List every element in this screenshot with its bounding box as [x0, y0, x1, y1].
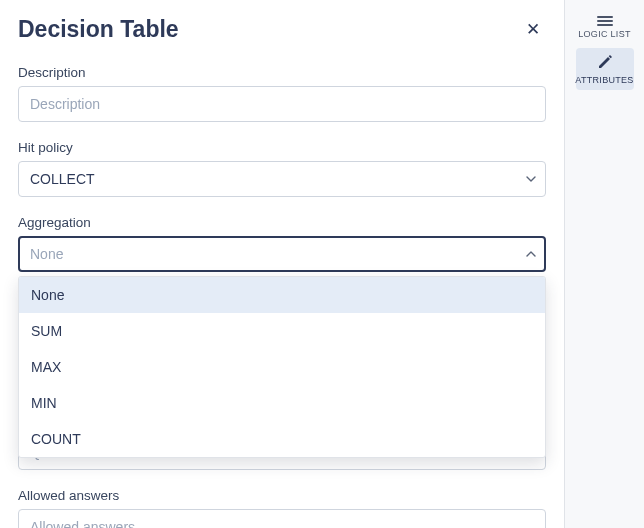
- sidebar-item-label: ATTRIBUTES: [575, 75, 633, 85]
- aggregation-option-none[interactable]: None: [19, 277, 545, 313]
- hit-policy-select-wrap: COLLECT: [18, 161, 546, 197]
- description-input[interactable]: [18, 86, 546, 122]
- description-field-group: Description: [18, 65, 546, 122]
- allowed-answers-input[interactable]: [18, 509, 546, 528]
- aggregation-placeholder: None: [30, 246, 63, 262]
- list-icon: [597, 16, 613, 26]
- close-icon[interactable]: ✕: [520, 17, 546, 42]
- page-title: Decision Table: [18, 16, 179, 43]
- hit-policy-field-group: Hit policy COLLECT: [18, 140, 546, 197]
- pencil-icon: [597, 54, 613, 72]
- right-sidebar: LOGIC LIST ATTRIBUTES: [565, 0, 644, 528]
- aggregation-option-max[interactable]: MAX: [19, 349, 545, 385]
- hit-policy-select[interactable]: COLLECT: [18, 161, 546, 197]
- allowed-answers-label: Allowed answers: [18, 488, 546, 503]
- aggregation-option-sum[interactable]: SUM: [19, 313, 545, 349]
- panel-header: Decision Table ✕: [18, 16, 546, 43]
- sidebar-item-attributes[interactable]: ATTRIBUTES: [576, 48, 634, 90]
- aggregation-label: Aggregation: [18, 215, 546, 230]
- aggregation-field-group: Aggregation None None SUM MAX MIN COUNT: [18, 215, 546, 272]
- hit-policy-label: Hit policy: [18, 140, 546, 155]
- aggregation-select-wrap: None None SUM MAX MIN COUNT: [18, 236, 546, 272]
- sidebar-item-label: LOGIC LIST: [578, 29, 631, 39]
- aggregation-select[interactable]: None: [18, 236, 546, 272]
- sidebar-item-logic-list[interactable]: LOGIC LIST: [576, 10, 634, 44]
- aggregation-dropdown: None SUM MAX MIN COUNT: [18, 276, 546, 458]
- aggregation-option-count[interactable]: COUNT: [19, 421, 545, 457]
- allowed-answers-field-group: Allowed answers: [18, 488, 546, 528]
- decision-table-panel: Decision Table ✕ Description Hit policy …: [0, 0, 565, 528]
- description-label: Description: [18, 65, 546, 80]
- aggregation-option-min[interactable]: MIN: [19, 385, 545, 421]
- hit-policy-value: COLLECT: [30, 171, 95, 187]
